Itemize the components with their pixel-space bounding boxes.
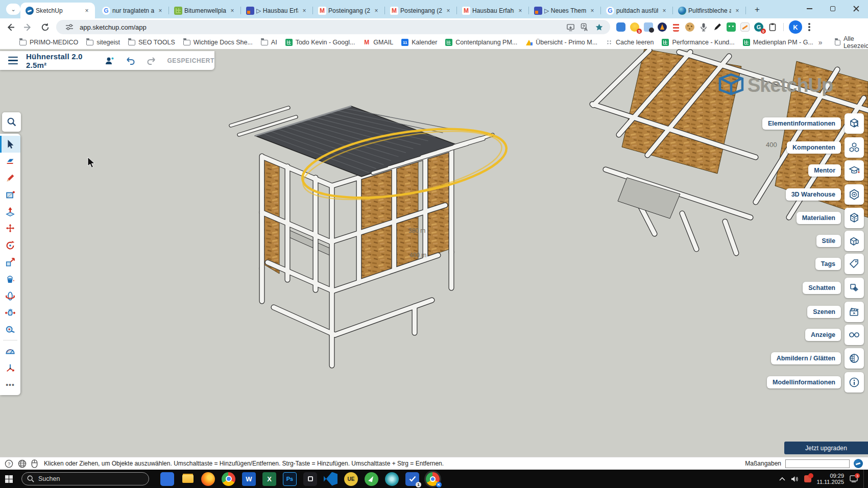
more-tools-button[interactable]: •••: [0, 376, 20, 393]
volume-icon[interactable]: [791, 476, 799, 482]
notifications-icon[interactable]: 3: [850, 475, 858, 482]
help-icon[interactable]: ?: [5, 459, 13, 468]
model-canvas[interactable]: 400 SketchUp: [0, 49, 868, 470]
firefox-icon[interactable]: [201, 472, 215, 486]
phone-ext-icon[interactable]: [616, 22, 625, 32]
select-tool-button[interactable]: [0, 136, 20, 153]
components-button[interactable]: [845, 137, 864, 158]
forward-button[interactable]: [20, 20, 35, 34]
new-tab-button[interactable]: +: [752, 4, 763, 15]
dark-app-icon[interactable]: [303, 472, 317, 486]
chrome-profile-icon[interactable]: K: [426, 472, 440, 486]
tags-button[interactable]: [845, 254, 864, 274]
tab-close-icon[interactable]: ×: [588, 7, 596, 15]
tab-close-icon[interactable]: ×: [228, 7, 236, 15]
bookmark-item[interactable]: AI: [261, 39, 277, 46]
tab-sketchup[interactable]: SketchUp ×: [20, 3, 95, 18]
cookie-ext-icon[interactable]: [685, 22, 694, 32]
menu-icon[interactable]: [8, 57, 18, 64]
overlay-ext-icon[interactable]: [644, 22, 653, 32]
scenes-button[interactable]: [845, 302, 864, 322]
browser-menu-button[interactable]: [808, 23, 810, 31]
profile-avatar[interactable]: K: [789, 20, 802, 34]
tab-7[interactable]: ▷ Neues Thema e ×: [529, 3, 600, 18]
styles-button[interactable]: [845, 231, 864, 251]
back-button[interactable]: [3, 20, 17, 34]
upgrade-button[interactable]: Jetzt upgraden: [784, 442, 868, 454]
bookmark-star-icon[interactable]: [593, 21, 605, 33]
window-close-button[interactable]: [845, 0, 868, 17]
notes-ext-icon[interactable]: [740, 22, 750, 32]
translate-icon[interactable]: [578, 21, 591, 33]
bookmark-item[interactable]: sitegeist: [86, 39, 120, 46]
tab-close-icon[interactable]: ×: [372, 7, 380, 15]
tape-measure-tool-button[interactable]: [0, 321, 20, 338]
excel-icon[interactable]: X: [262, 472, 276, 486]
localwp-icon[interactable]: [365, 472, 378, 486]
tab-close-icon[interactable]: ×: [300, 7, 308, 15]
scale-tool-button[interactable]: [0, 254, 20, 271]
tab-close-icon[interactable]: ×: [156, 7, 164, 15]
bookmark-item[interactable]: 11Kalender: [401, 39, 437, 46]
add-collaborator-icon[interactable]: [105, 56, 115, 65]
protractor-tool-button[interactable]: [0, 343, 20, 359]
tab-close-icon[interactable]: ×: [733, 7, 741, 15]
chrome-icon[interactable]: [222, 472, 235, 486]
tab-4[interactable]: M Posteingang (2.66 ×: [313, 3, 384, 18]
redo-icon[interactable]: [146, 56, 157, 65]
tab-close-icon[interactable]: ×: [83, 7, 91, 15]
blue-app-icon[interactable]: [160, 472, 174, 486]
tab-close-icon[interactable]: ×: [444, 7, 452, 15]
tab-1[interactable]: G nur traglatetn als ×: [97, 3, 168, 18]
tab-close-icon[interactable]: ×: [516, 7, 524, 15]
bookmark-item[interactable]: Todo Kevin - Googl...: [285, 39, 355, 46]
url-field[interactable]: app.sketchup.com/app: [56, 20, 610, 34]
todo-icon[interactable]: 1: [405, 472, 419, 486]
paint-tool-button[interactable]: [0, 271, 20, 287]
undo-icon[interactable]: [125, 56, 136, 65]
clipboard-ext-icon[interactable]: [768, 22, 777, 32]
axes-tool-button[interactable]: [0, 359, 20, 376]
install-app-icon[interactable]: [564, 21, 576, 33]
bookmark-item[interactable]: SEO TOOLS: [128, 39, 175, 46]
materials-button[interactable]: [845, 208, 864, 228]
word-icon[interactable]: W: [242, 472, 256, 486]
tab-6[interactable]: M Hausbau Erfahrun ×: [457, 3, 528, 18]
tab-9[interactable]: Pultfirstbleche als ×: [673, 3, 745, 18]
tray-expand-icon[interactable]: [779, 477, 785, 481]
lightbulb-ext-icon[interactable]: S: [630, 22, 639, 32]
taskbar-search[interactable]: Suchen: [21, 472, 149, 485]
bookmark-item[interactable]: Medienplan PM - G...: [743, 39, 813, 46]
rectangle-tool-button[interactable]: [0, 186, 20, 203]
tab-search-button[interactable]: ⌄: [6, 4, 20, 15]
model-info-button[interactable]: [845, 372, 864, 393]
warehouse-button[interactable]: [845, 184, 864, 205]
tab-3[interactable]: ▷ Hausbau Erfahr ×: [241, 3, 312, 18]
language-globe-icon[interactable]: [18, 459, 27, 468]
g-counter-ext-icon[interactable]: G0: [754, 22, 763, 32]
mic-ext-icon[interactable]: [699, 22, 708, 32]
start-button[interactable]: [0, 470, 17, 488]
flame-ext-icon[interactable]: [658, 22, 667, 32]
mouse-hints-icon[interactable]: [31, 459, 38, 468]
bookmark-item[interactable]: Performance - Kund...: [662, 39, 734, 46]
move-tool-button[interactable]: [0, 220, 20, 237]
lighthouse-ext-icon[interactable]: [673, 22, 679, 32]
soften-button[interactable]: [845, 348, 864, 369]
clock[interactable]: 09:29 11.11.2025: [817, 473, 844, 485]
pan-tool-button[interactable]: [0, 304, 20, 321]
eraser-tool-button[interactable]: [0, 153, 20, 169]
pen-ext-icon[interactable]: [713, 22, 722, 32]
bookmark-item[interactable]: Übersicht - Primo M...: [525, 39, 597, 46]
all-bookmarks-button[interactable]: Alle Lesezeichen: [835, 35, 868, 50]
bookmark-item[interactable]: Cache leeren: [606, 39, 654, 46]
window-minimize-button[interactable]: [798, 0, 821, 17]
shell-icon[interactable]: [385, 472, 399, 486]
bookmarks-overflow-button[interactable]: »: [818, 38, 823, 46]
line-tool-button[interactable]: [0, 169, 20, 186]
tray-app-icon[interactable]: [804, 475, 811, 482]
bookmark-item[interactable]: Contentplanung PM...: [445, 39, 517, 46]
bookmark-item[interactable]: PRIMO-MEDICO: [19, 39, 78, 46]
green-robot-ext-icon[interactable]: [727, 22, 736, 32]
photoshop-icon[interactable]: Ps: [283, 472, 297, 486]
